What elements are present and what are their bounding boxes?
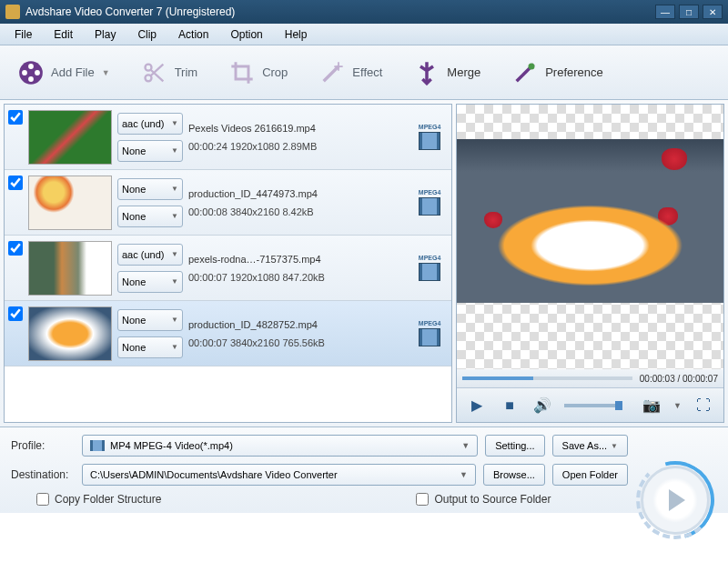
svg-point-3 xyxy=(28,76,34,82)
file-meta: 00:00:24 1920x1080 2.89MB xyxy=(188,141,406,152)
thumbnail xyxy=(28,176,112,230)
format-badge: MPEG4 xyxy=(411,119,448,156)
chevron-down-icon: ▼ xyxy=(461,441,470,450)
file-name: Pexels Videos 2616619.mp4 xyxy=(188,123,406,134)
svg-point-1 xyxy=(28,64,34,69)
thumbnail xyxy=(28,306,112,361)
format-badge: MPEG4 xyxy=(411,185,448,221)
preview-video[interactable] xyxy=(457,105,723,369)
file-meta: 00:00:08 3840x2160 8.42kB xyxy=(188,206,406,217)
file-name: production_ID_4828752.mp4 xyxy=(188,319,406,330)
file-item[interactable]: None▼ None▼ production_ID_4828752.mp4 00… xyxy=(5,301,451,366)
app-icon xyxy=(5,5,20,19)
output-source-checkbox[interactable]: Output to Source Folder xyxy=(416,493,551,506)
crop-label: Crop xyxy=(262,65,288,79)
volume-icon[interactable]: 🔊 xyxy=(531,395,553,416)
preference-button[interactable]: Preference xyxy=(512,60,603,85)
preference-label: Preference xyxy=(545,65,603,79)
file-checkbox[interactable] xyxy=(8,176,23,190)
file-meta: 00:00:07 1920x1080 847.20kB xyxy=(188,272,406,283)
file-name: pexels-rodna…-7157375.mp4 xyxy=(188,254,406,265)
player-controls: ▶ ■ 🔊 📷 ▼ ⛶ xyxy=(457,387,723,422)
menubar: File Edit Play Clip Action Option Help xyxy=(0,24,728,45)
wand-icon xyxy=(319,60,345,85)
destination-label: Destination: xyxy=(11,468,75,481)
menu-clip[interactable]: Clip xyxy=(126,25,167,44)
titlebar: Avdshare Video Converter 7 (Unregistered… xyxy=(0,0,728,24)
audio-select[interactable]: None▼ xyxy=(117,309,183,331)
play-icon xyxy=(669,489,685,511)
setting-button[interactable]: Setting... xyxy=(485,435,544,457)
file-checkbox[interactable] xyxy=(8,241,23,256)
chevron-down-icon: ▼ xyxy=(102,68,110,77)
merge-button[interactable]: Merge xyxy=(414,60,480,85)
preview-panel: 00:00:03 / 00:00:07 ▶ ■ 🔊 📷 ▼ ⛶ xyxy=(456,104,724,423)
progress-bar[interactable] xyxy=(462,376,632,380)
destination-combo[interactable]: C:\Users\ADMIN\Documents\Avdshare Video … xyxy=(82,464,476,486)
scissors-icon xyxy=(142,60,167,85)
file-meta: 00:00:07 3840x2160 765.56kB xyxy=(188,337,406,348)
chevron-down-icon[interactable]: ▼ xyxy=(673,401,682,410)
convert-button[interactable] xyxy=(641,466,710,535)
file-item[interactable]: aac (und)▼ None▼ Pexels Videos 2616619.m… xyxy=(5,105,451,170)
film-reel-icon xyxy=(18,60,44,85)
file-list: aac (und)▼ None▼ Pexels Videos 2616619.m… xyxy=(4,104,452,423)
trim-button[interactable]: Trim xyxy=(142,60,198,85)
output-select[interactable]: None▼ xyxy=(117,140,183,162)
current-time: 00:00:03 xyxy=(640,374,675,384)
window-title: Avdshare Video Converter 7 (Unregistered… xyxy=(25,5,652,18)
play-button[interactable]: ▶ xyxy=(466,395,488,416)
add-file-button[interactable]: Add File ▼ xyxy=(18,60,110,85)
crop-icon xyxy=(229,60,255,85)
format-badge: MPEG4 xyxy=(411,316,448,352)
thumbnail xyxy=(28,241,112,296)
tools-icon xyxy=(512,60,538,85)
add-file-label: Add File xyxy=(51,65,95,79)
menu-action[interactable]: Action xyxy=(167,25,219,44)
chevron-down-icon: ▼ xyxy=(460,470,468,479)
snapshot-button[interactable]: 📷 xyxy=(641,395,662,416)
file-item[interactable]: None▼ None▼ production_ID_4474973.mp4 00… xyxy=(5,170,451,236)
merge-icon xyxy=(414,60,440,85)
menu-edit[interactable]: Edit xyxy=(43,25,84,44)
profile-combo[interactable]: MP4 MPEG-4 Video(*.mp4) ▼ xyxy=(82,435,478,457)
menu-help[interactable]: Help xyxy=(274,25,318,44)
menu-play[interactable]: Play xyxy=(84,25,126,44)
time-display: 00:00:03 / 00:00:07 xyxy=(457,369,723,387)
video-frame xyxy=(457,139,723,303)
svg-point-4 xyxy=(22,70,27,75)
output-select[interactable]: None▼ xyxy=(117,206,183,227)
effect-label: Effect xyxy=(352,65,382,79)
toolbar: Add File ▼ Trim Crop Effect Merge Prefer… xyxy=(0,45,728,100)
file-checkbox[interactable] xyxy=(8,110,23,125)
file-item[interactable]: aac (und)▼ None▼ pexels-rodna…-7157375.m… xyxy=(5,236,451,301)
copy-folder-checkbox[interactable]: Copy Folder Structure xyxy=(36,493,161,506)
close-button[interactable]: ✕ xyxy=(703,5,723,19)
effect-button[interactable]: Effect xyxy=(319,60,382,85)
output-select[interactable]: None▼ xyxy=(117,336,183,358)
menu-option[interactable]: Option xyxy=(219,25,273,44)
stop-button[interactable]: ■ xyxy=(499,395,521,416)
file-checkbox[interactable] xyxy=(8,306,23,321)
save-as-button[interactable]: Save As...▼ xyxy=(552,435,628,457)
merge-label: Merge xyxy=(447,65,480,79)
audio-select[interactable]: aac (und)▼ xyxy=(117,244,183,266)
svg-point-7 xyxy=(529,63,535,69)
crop-button[interactable]: Crop xyxy=(229,60,288,85)
file-name: production_ID_4474973.mp4 xyxy=(188,188,406,199)
browse-button[interactable]: Browse... xyxy=(483,464,545,486)
thumbnail xyxy=(28,110,112,165)
audio-select[interactable]: aac (und)▼ xyxy=(117,113,183,135)
output-select[interactable]: None▼ xyxy=(117,271,183,293)
content-area: aac (und)▼ None▼ Pexels Videos 2616619.m… xyxy=(0,100,728,427)
minimize-button[interactable]: — xyxy=(655,5,675,19)
trim-label: Trim xyxy=(175,65,198,79)
format-badge: MPEG4 xyxy=(411,250,448,286)
open-folder-button[interactable]: Open Folder xyxy=(552,464,628,486)
volume-slider[interactable] xyxy=(564,404,619,407)
audio-select[interactable]: None▼ xyxy=(117,178,183,200)
maximize-button[interactable]: □ xyxy=(679,5,699,19)
fullscreen-button[interactable]: ⛶ xyxy=(693,395,714,416)
bottom-panel: Profile: MP4 MPEG-4 Video(*.mp4) ▼ Setti… xyxy=(0,427,728,513)
menu-file[interactable]: File xyxy=(4,25,43,44)
